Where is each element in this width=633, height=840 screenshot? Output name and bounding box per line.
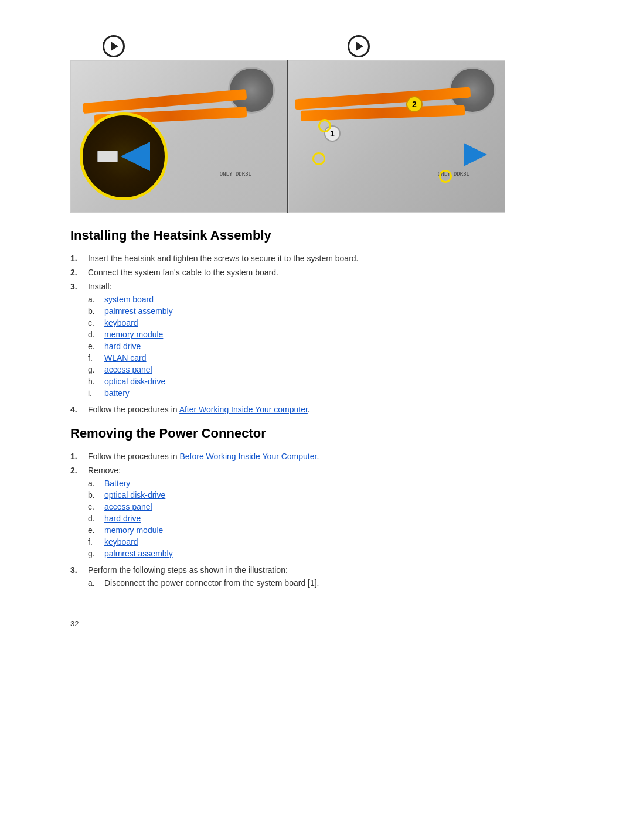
link-battery[interactable]: battery — [104, 388, 130, 398]
link-battery-remove[interactable]: Battery — [104, 479, 130, 488]
section1-steps: 1. Insert the heatsink and tighten the s… — [70, 254, 563, 414]
letter-d: d. — [88, 330, 100, 339]
link-memory-remove[interactable]: memory module — [104, 525, 163, 535]
link-wlan-card[interactable]: WLAN card — [104, 353, 147, 363]
step-num-4: 4. — [70, 405, 81, 414]
section2-steps: 1. Follow the procedures in Before Worki… — [70, 452, 563, 590]
r-letter-e: e. — [88, 525, 100, 535]
p-letter-a: a. — [88, 578, 100, 588]
s2-step-num-2: 2. — [70, 466, 81, 475]
install-item-h: h. optical disk-drive — [88, 377, 173, 386]
letter-f: f. — [88, 353, 100, 363]
yellow-magnify-circle — [80, 112, 168, 200]
step4-content: Follow the procedures in After Working I… — [88, 405, 310, 414]
install-item-g: g. access panel — [88, 365, 173, 374]
link-hard-drive-remove[interactable]: hard drive — [104, 514, 141, 523]
circle-mark-3 — [318, 119, 331, 132]
section2-title: Removing the Power Connector — [70, 426, 563, 441]
install-list: a. system board b. palmrest assembly c. … — [88, 295, 173, 398]
section2-step-2: 2. Remove: a. Battery b. optical disk-dr… — [70, 466, 563, 561]
r-letter-g: g. — [88, 549, 100, 558]
play-left-icon[interactable] — [103, 35, 125, 57]
step-num-1: 1. — [70, 254, 81, 263]
perform-list: a. Disconnect the power connector from t… — [88, 578, 319, 588]
step-num-3: 3. — [70, 282, 81, 291]
section1-step-3: 3. Install: a. system board b. palmrest … — [70, 282, 563, 400]
install-item-i: i. battery — [88, 388, 173, 398]
step1-text: Insert the heatsink and tighten the scre… — [88, 254, 358, 263]
letter-a: a. — [88, 295, 100, 304]
remove-item-c: c. access panel — [88, 502, 173, 511]
section1-step-4: 4. Follow the procedures in After Workin… — [70, 405, 563, 414]
link-access-panel[interactable]: access panel — [104, 365, 152, 374]
link-keyboard-remove[interactable]: keyboard — [104, 537, 138, 547]
link-memory-module[interactable]: memory module — [104, 330, 163, 339]
s2-step2-text: Remove: — [88, 466, 121, 475]
s2-step3-text: Perform the following steps as shown in … — [88, 565, 288, 575]
link-optical-remove[interactable]: optical disk-drive — [104, 490, 165, 500]
link-access-remove[interactable]: access panel — [104, 502, 152, 511]
s2-step-num-1: 1. — [70, 452, 81, 461]
section1-step-1: 1. Insert the heatsink and tighten the s… — [70, 254, 563, 263]
s2-step1-suffix: . — [316, 452, 319, 461]
connector-piece — [97, 151, 118, 162]
letter-i: i. — [88, 388, 100, 398]
install-item-d: d. memory module — [88, 330, 173, 339]
blue-arrow-right — [464, 143, 487, 166]
step3-content: Install: a. system board b. palmrest ass… — [88, 282, 173, 400]
remove-item-a: a. Battery — [88, 479, 173, 488]
remove-item-e: e. memory module — [88, 525, 173, 535]
r-letter-d: d. — [88, 514, 100, 523]
letter-b: b. — [88, 306, 100, 316]
diagrams-container: ONLY DDR3L 1 2 ONLY DDR3L — [70, 60, 563, 213]
remove-list: a. Battery b. optical disk-drive c. acce… — [88, 479, 173, 558]
perform-step-a-text: Disconnect the power connector from the … — [104, 578, 319, 588]
left-diagram: ONLY DDR3L — [70, 60, 287, 213]
play-right-icon[interactable] — [348, 35, 370, 57]
section2-step-1: 1. Follow the procedures in Before Worki… — [70, 452, 563, 461]
right-diagram: 1 2 ONLY DDR3L — [288, 60, 505, 213]
ddr-label-left: ONLY DDR3L — [220, 171, 251, 177]
link-after-working[interactable]: After Working Inside Your computer — [179, 405, 308, 414]
link-system-board[interactable]: system board — [104, 295, 154, 304]
perform-item-a: a. Disconnect the power connector from t… — [88, 578, 319, 588]
section1-title: Installing the Heatsink Assembly — [70, 228, 563, 243]
play-right-triangle — [356, 42, 363, 51]
letter-e: e. — [88, 342, 100, 351]
s2-step2-content: Remove: a. Battery b. optical disk-drive… — [88, 466, 173, 561]
letter-c: c. — [88, 318, 100, 327]
install-item-c: c. keyboard — [88, 318, 173, 327]
step3-text: Install: — [88, 282, 111, 291]
circle-mark-1 — [312, 152, 325, 165]
blue-arrow-left — [121, 142, 150, 171]
r-letter-f: f. — [88, 537, 100, 547]
letter-g: g. — [88, 365, 100, 374]
r-letter-b: b. — [88, 490, 100, 500]
link-before-working[interactable]: Before Working Inside Your Computer — [179, 452, 316, 461]
play-icons-row — [70, 35, 563, 57]
step-badge-2: 2 — [406, 96, 423, 112]
s2-step-num-3: 3. — [70, 565, 81, 575]
letter-h: h. — [88, 377, 100, 386]
s2-step1-prefix: Follow the procedures in — [88, 452, 179, 461]
remove-item-b: b. optical disk-drive — [88, 490, 173, 500]
link-keyboard[interactable]: keyboard — [104, 318, 138, 327]
link-palmrest-remove[interactable]: palmrest assembly — [104, 549, 173, 558]
link-hard-drive[interactable]: hard drive — [104, 342, 141, 351]
link-optical-disk-drive[interactable]: optical disk-drive — [104, 377, 165, 386]
circle-mark-2 — [439, 170, 452, 183]
s2-step3-content: Perform the following steps as shown in … — [88, 565, 319, 590]
step4-prefix: Follow the procedures in — [88, 405, 179, 414]
section1-step-2: 2. Connect the system fan's cable to the… — [70, 268, 563, 277]
link-palmrest-assembly[interactable]: palmrest assembly — [104, 306, 173, 316]
section2-step-3: 3. Perform the following steps as shown … — [70, 565, 563, 590]
install-item-f: f. WLAN card — [88, 353, 173, 363]
install-item-a: a. system board — [88, 295, 173, 304]
page-number: 32 — [70, 619, 563, 628]
install-item-e: e. hard drive — [88, 342, 173, 351]
step4-suffix: . — [308, 405, 310, 414]
r-letter-c: c. — [88, 502, 100, 511]
r-letter-a: a. — [88, 479, 100, 488]
play-left-triangle — [111, 42, 118, 51]
step2-text: Connect the system fan's cable to the sy… — [88, 268, 278, 277]
